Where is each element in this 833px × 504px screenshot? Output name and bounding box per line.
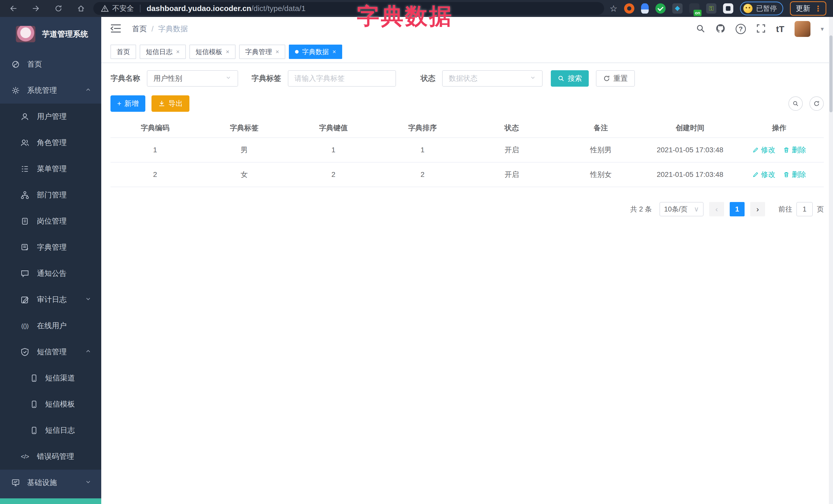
tab-close-icon[interactable]: × [276, 48, 279, 55]
tabs-bar: 首页 短信日志 × 短信模板 × 字典管理 × 字典数据 × [101, 41, 833, 63]
sidebar-item-home[interactable]: 首页 [0, 51, 101, 77]
avatar-caret-icon[interactable]: ▾ [821, 25, 824, 32]
org-tree-icon [20, 191, 30, 199]
chevron-down-icon [85, 295, 92, 304]
tab-sms-log[interactable]: 短信日志 × [140, 45, 186, 59]
search-button[interactable]: 搜索 [551, 70, 589, 87]
sidebar-collapse-button[interactable] [111, 24, 121, 34]
status-placeholder: 数据状态 [449, 74, 477, 83]
address-bar[interactable]: 不安全 dashboard.yudao.iocoder.cn/dict/type… [93, 2, 604, 15]
edit-link[interactable]: 修改 [752, 170, 775, 179]
table-header-row: 字典编码 字典标签 字典键值 字典排序 状态 备注 创建时间 操作 [111, 118, 824, 138]
cell-dict-value: 1 [289, 146, 378, 154]
extension-on-badge: on [694, 10, 701, 16]
page-scrollbar[interactable] [829, 17, 833, 504]
sidebar-item-infrastructure[interactable]: 基础设施 [0, 470, 101, 496]
sidebar-item-role-mgmt[interactable]: 角色管理 [0, 130, 101, 156]
sidebar-item-notice[interactable]: 通知公告 [0, 261, 101, 287]
profile-emoji-avatar [743, 4, 753, 13]
sidebar-item-post-mgmt[interactable]: 岗位管理 [0, 208, 101, 234]
profile-paused-chip[interactable]: 已暂停 [740, 2, 783, 16]
edit-link[interactable]: 修改 [752, 145, 775, 155]
scrollbar-thumb[interactable] [829, 35, 832, 112]
toggle-search-button[interactable] [788, 96, 803, 111]
list-icon [20, 165, 30, 173]
chevron-down-icon [85, 479, 92, 487]
table-row: 1 男 1 1 开启 性别男 2021-01-05 17:03:48 修改 删除 [111, 138, 824, 163]
browser-forward-button[interactable] [31, 4, 41, 13]
browser-reload-button[interactable] [54, 4, 63, 13]
sidebar-item-dept-mgmt[interactable]: 部门管理 [0, 182, 101, 208]
user-avatar[interactable] [794, 21, 810, 37]
reset-button[interactable]: 重置 [596, 70, 635, 87]
dict-name-select[interactable]: 用户性别 [147, 70, 238, 87]
dict-tag-input[interactable]: 请输入字典标签 [288, 70, 396, 87]
help-icon[interactable]: ? [736, 24, 746, 34]
sidebar-item-audit-log[interactable]: 审计日志 [0, 287, 101, 313]
sidebar-item-sms-template[interactable]: 短信模板 [0, 391, 101, 417]
tab-close-icon[interactable]: × [176, 48, 180, 55]
dict-tag-placeholder: 请输入字典标签 [294, 74, 345, 83]
tab-sms-template[interactable]: 短信模板 × [189, 45, 236, 59]
goto-page-input[interactable]: 1 [796, 202, 813, 216]
paused-label: 已暂停 [756, 4, 777, 13]
bookmark-star-icon[interactable]: ☆ [610, 3, 617, 14]
shield-check-icon [20, 347, 30, 356]
sidebar-item-sms-log[interactable]: 短信日志 [0, 417, 101, 443]
tab-home[interactable]: 首页 [111, 45, 136, 59]
fullscreen-icon[interactable] [756, 24, 766, 34]
font-size-icon[interactable]: tT [776, 24, 784, 34]
extension-settings-icon[interactable] [672, 3, 683, 14]
sidebar-item-menu-mgmt[interactable]: 菜单管理 [0, 156, 101, 182]
tab-dict-mgmt[interactable]: 字典管理 × [239, 45, 285, 59]
app-header: 首页 / 字典数据 ? tT ▾ [101, 17, 833, 41]
sidebar-item-system[interactable]: 系统管理 [0, 77, 101, 103]
extensions-puzzle-icon[interactable] [723, 3, 733, 14]
current-page-button[interactable]: 1 [730, 202, 744, 216]
delete-link[interactable]: 删除 [783, 145, 806, 155]
extension-key-icon[interactable]: ⚿ [706, 3, 716, 14]
logo-rabbit-avatar [16, 26, 35, 42]
browser-update-button[interactable]: 更新 ⋮ [790, 1, 826, 16]
search-icon[interactable] [696, 24, 705, 34]
refresh-table-button[interactable] [809, 96, 824, 111]
sidebar-item-errcode-mgmt[interactable]: </> 错误码管理 [0, 443, 101, 470]
extension-lamp-icon[interactable] [641, 3, 649, 14]
delete-link[interactable]: 删除 [783, 170, 806, 179]
sidebar-item-sms-mgmt[interactable]: 短信管理 [0, 339, 101, 365]
tab-close-icon[interactable]: × [332, 48, 336, 55]
sidebar-item-dict-mgmt[interactable]: 字典管理 [0, 234, 101, 261]
add-button[interactable]: + 新增 [111, 95, 145, 112]
tab-dict-data[interactable]: 字典数据 × [289, 45, 342, 59]
delete-link-label: 删除 [792, 170, 806, 179]
export-button[interactable]: 导出 [151, 95, 189, 112]
browser-menu-icon[interactable]: ⋮ [814, 4, 822, 13]
sidebar-item-online-users[interactable]: (()) 在线用户 [0, 313, 101, 339]
browser-home-button[interactable] [76, 4, 86, 13]
page-size-select[interactable]: 10条/页 ∨ [660, 202, 704, 216]
col-header: 备注 [556, 123, 645, 133]
select-caret-icon [530, 74, 536, 82]
extension-check-icon[interactable] [656, 3, 666, 14]
app-logo[interactable]: 芋道管理系统 [0, 17, 101, 51]
status-label: 状态 [421, 73, 435, 83]
next-page-button[interactable]: › [750, 202, 765, 216]
extension-switch-icon[interactable]: on [689, 3, 699, 14]
tab-close-icon[interactable]: × [226, 48, 230, 55]
browser-back-button[interactable] [9, 4, 18, 13]
status-select[interactable]: 数据状态 [442, 70, 543, 87]
message-bubble-icon [20, 269, 30, 278]
update-label: 更新 [796, 4, 810, 13]
edit-log-icon [20, 295, 30, 304]
sidebar-item-label: 首页 [27, 59, 42, 70]
breadcrumb-home[interactable]: 首页 [132, 24, 147, 34]
refresh-icon [603, 75, 610, 82]
extension-adblock-icon[interactable] [624, 3, 634, 14]
prev-page-button[interactable]: ‹ [709, 202, 724, 216]
gear-icon [11, 86, 21, 95]
breadcrumb: 首页 / 字典数据 [132, 24, 188, 34]
sidebar-item-label: 审计日志 [37, 294, 67, 305]
sidebar-item-sms-channel[interactable]: 短信渠道 [0, 365, 101, 391]
github-icon[interactable] [716, 24, 725, 34]
sidebar-item-user-mgmt[interactable]: 用户管理 [0, 103, 101, 130]
